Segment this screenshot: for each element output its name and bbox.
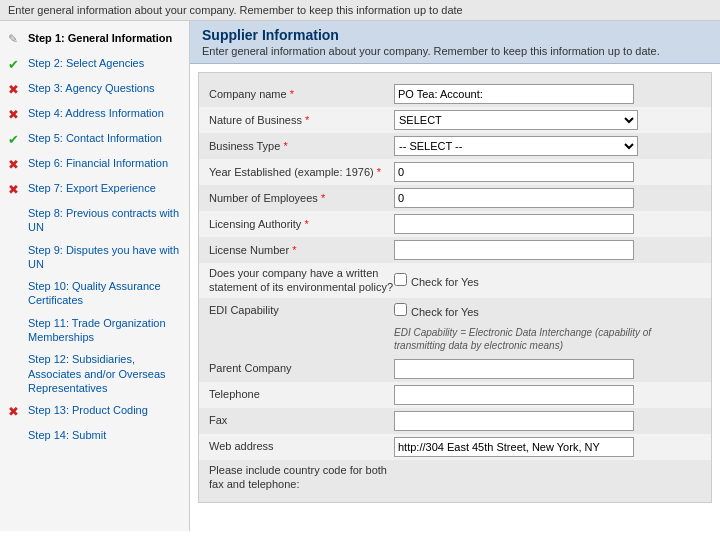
form-row-6: License Number * — [199, 237, 711, 263]
form-section: Company name *Nature of Business *SELECT… — [198, 72, 712, 503]
form-control-12 — [394, 437, 701, 457]
main-layout: ✎Step 1: General Information✔Step 2: Sel… — [0, 21, 720, 531]
sidebar-item-step13[interactable]: ✖Step 13: Product Coding — [0, 399, 189, 424]
required-indicator: * — [304, 218, 308, 230]
sidebar-item-label: Step 8: Previous contracts with UN — [28, 206, 181, 235]
content-title: Supplier Information — [202, 27, 708, 43]
form-control-5 — [394, 214, 701, 234]
input-field-4[interactable] — [394, 188, 634, 208]
sidebar-item-label: Step 7: Export Experience — [28, 181, 181, 195]
sidebar-item-step11[interactable]: Step 11: Trade Organization Memberships — [0, 312, 189, 349]
content-subtitle: Enter general information about your com… — [202, 45, 708, 57]
form-control-6 — [394, 240, 701, 260]
sidebar-item-label: Step 12: Subsidiaries, Associates and/or… — [28, 352, 181, 395]
form-row-10: Telephone — [199, 382, 711, 408]
sidebar-item-label: Step 11: Trade Organization Memberships — [28, 316, 181, 345]
form-label-11: Fax — [209, 413, 394, 427]
empty-icon — [8, 244, 24, 260]
form-control-4 — [394, 188, 701, 208]
sidebar-item-label: Step 4: Address Information — [28, 106, 181, 120]
sidebar-item-step8[interactable]: Step 8: Previous contracts with UN — [0, 202, 189, 239]
form-label-13: Please include country code for both fax… — [209, 463, 394, 492]
sidebar-item-label: Step 5: Contact Information — [28, 131, 181, 145]
required-indicator: * — [321, 192, 325, 204]
empty-icon — [8, 207, 24, 223]
x-icon: ✖ — [8, 404, 24, 420]
input-field-0[interactable] — [394, 84, 634, 104]
x-icon: ✖ — [8, 182, 24, 198]
top-bar-text: Enter general information about your com… — [8, 4, 463, 16]
sidebar-item-step4[interactable]: ✖Step 4: Address Information — [0, 102, 189, 127]
check-icon: ✔ — [8, 132, 24, 148]
pencil-icon: ✎ — [8, 32, 24, 48]
form-label-9: Parent Company — [209, 361, 394, 375]
sidebar-item-label: Step 14: Submit — [28, 428, 181, 442]
empty-icon — [8, 280, 24, 296]
input-field-10[interactable] — [394, 385, 634, 405]
sidebar-item-step1[interactable]: ✎Step 1: General Information — [0, 27, 189, 52]
form-control-1: SELECT — [394, 110, 701, 130]
form-control-3 — [394, 162, 701, 182]
form-control-2: -- SELECT -- — [394, 136, 701, 156]
x-icon: ✖ — [8, 82, 24, 98]
checkbox-label-8: Check for Yes — [411, 306, 479, 318]
sidebar-item-label: Step 1: General Information — [28, 31, 181, 45]
input-field-11[interactable] — [394, 411, 634, 431]
form-row-11: Fax — [199, 408, 711, 434]
empty-icon — [8, 353, 24, 369]
sidebar-item-step6[interactable]: ✖Step 6: Financial Information — [0, 152, 189, 177]
form-row-0: Company name * — [199, 81, 711, 107]
x-icon: ✖ — [8, 107, 24, 123]
select-field-2[interactable]: -- SELECT -- — [394, 136, 638, 156]
form-control-9 — [394, 359, 701, 379]
form-label-1: Nature of Business * — [209, 113, 394, 127]
form-label-5: Licensing Authority * — [209, 217, 394, 231]
checkbox-field-7[interactable] — [394, 273, 407, 286]
form-label-3: Year Established (example: 1976) * — [209, 165, 394, 179]
sidebar-item-label: Step 13: Product Coding — [28, 403, 181, 417]
input-field-5[interactable] — [394, 214, 634, 234]
required-indicator: * — [290, 88, 294, 100]
input-field-12[interactable] — [394, 437, 634, 457]
form-label-6: License Number * — [209, 243, 394, 257]
form-row-5: Licensing Authority * — [199, 211, 711, 237]
sidebar-item-step2[interactable]: ✔Step 2: Select Agencies — [0, 52, 189, 77]
form-row-7: Does your company have a written stateme… — [199, 263, 711, 298]
sidebar-item-step3[interactable]: ✖Step 3: Agency Questions — [0, 77, 189, 102]
sidebar-item-step9[interactable]: Step 9: Disputes you have with UN — [0, 239, 189, 276]
form-control-11 — [394, 411, 701, 431]
form-row-4: Number of Employees * — [199, 185, 711, 211]
form-row-12: Web address — [199, 434, 711, 460]
required-indicator: * — [305, 114, 309, 126]
required-indicator: * — [377, 166, 381, 178]
input-field-6[interactable] — [394, 240, 634, 260]
form-label-0: Company name * — [209, 87, 394, 101]
checkbox-label-7: Check for Yes — [411, 276, 479, 288]
form-label-4: Number of Employees * — [209, 191, 394, 205]
form-control-7: Check for Yes — [394, 273, 701, 288]
form-label-8: EDI Capability — [209, 303, 394, 317]
form-label-2: Business Type * — [209, 139, 394, 153]
form-row-13: Please include country code for both fax… — [199, 460, 711, 495]
edi-note: EDI Capability = Electronic Data Interch… — [199, 324, 711, 356]
required-indicator: * — [292, 244, 296, 256]
required-indicator: * — [283, 140, 287, 152]
check-icon: ✔ — [8, 57, 24, 73]
select-field-1[interactable]: SELECT — [394, 110, 638, 130]
sidebar-item-step12[interactable]: Step 12: Subsidiaries, Associates and/or… — [0, 348, 189, 399]
sidebar-item-step7[interactable]: ✖Step 7: Export Experience — [0, 177, 189, 202]
form-row-1: Nature of Business *SELECT — [199, 107, 711, 133]
input-field-9[interactable] — [394, 359, 634, 379]
form-control-8: Check for Yes — [394, 303, 701, 318]
input-field-3[interactable] — [394, 162, 634, 182]
empty-icon — [8, 429, 24, 445]
form-control-0 — [394, 84, 701, 104]
sidebar-item-step10[interactable]: Step 10: Quality Assurance Certificates — [0, 275, 189, 312]
form-label-7: Does your company have a written stateme… — [209, 266, 394, 295]
form-row-2: Business Type *-- SELECT -- — [199, 133, 711, 159]
sidebar-item-label: Step 10: Quality Assurance Certificates — [28, 279, 181, 308]
sidebar-item-label: Step 9: Disputes you have with UN — [28, 243, 181, 272]
checkbox-field-8[interactable] — [394, 303, 407, 316]
sidebar-item-step14[interactable]: Step 14: Submit — [0, 424, 189, 449]
sidebar-item-step5[interactable]: ✔Step 5: Contact Information — [0, 127, 189, 152]
